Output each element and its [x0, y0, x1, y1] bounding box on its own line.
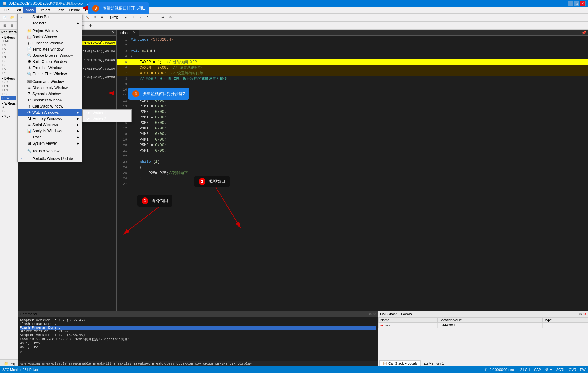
toolbars-label: Toolbars: [32, 21, 77, 25]
wregs-title[interactable]: ▼ WRegs: [1, 101, 16, 105]
menu-functions-window[interactable]: {} Functions Window: [18, 40, 82, 46]
reg-r4: R4: [1, 55, 16, 59]
watch-2-entry[interactable]: 👁 Watch 2: [83, 116, 131, 122]
menu-status-bar[interactable]: ✓ Status Bar: [18, 14, 82, 20]
tb-rebuild[interactable]: ⚙: [91, 14, 98, 21]
project-window-icon: 📁: [26, 29, 32, 33]
sidebar-header: Registers: [0, 30, 18, 35]
watch-windows-icon: 👁: [26, 110, 32, 115]
tb-run-cursor[interactable]: ⮕: [159, 14, 166, 21]
menu-registers-window[interactable]: R Registers Window: [18, 97, 82, 103]
menu-view[interactable]: View: [23, 7, 36, 13]
watch-1-label: Watch 1: [93, 111, 106, 115]
status-time: t1: 0.00000000 sec: [485, 368, 514, 371]
code-line-17: 17 P3M1 = 0x00;: [117, 126, 588, 131]
tb-step-over[interactable]: ⤵: [145, 14, 151, 21]
tb-stop[interactable]: ⏹: [99, 14, 106, 21]
code-line-9: 9: [117, 81, 588, 87]
menu-toolbars[interactable]: Toolbars ▶: [18, 20, 82, 26]
analysis-submenu-arrow: ▶: [77, 129, 79, 133]
menu-disassembly-window[interactable]: ≡ Disassembly Window: [18, 85, 82, 91]
tb-sep-6: [121, 15, 121, 20]
dregs-title[interactable]: ▼ DRegs: [1, 76, 16, 80]
menu-flash[interactable]: Flash: [53, 7, 67, 13]
menu-books-window[interactable]: 📖 Books Window: [18, 34, 82, 40]
annotation-bubble-4: 4 变量监视窗口打开步骤2: [128, 88, 189, 100]
menu-toolbox-window[interactable]: 🔧 Toolbox Window: [18, 148, 82, 154]
tb-new[interactable]: 📄: [1, 14, 8, 21]
bregs-title[interactable]: ▼ BRegs: [1, 35, 16, 39]
code-line-23: 23 while (1): [117, 159, 588, 165]
command-float-icon[interactable]: ⧉: [369, 312, 372, 316]
menu-file[interactable]: File: [1, 7, 12, 13]
menu-symbols-window[interactable]: Σ Symbols Window: [18, 91, 82, 97]
status-bar-label: Status Bar: [32, 15, 79, 19]
menu-periodic-update[interactable]: ✓ Periodic Window Update: [18, 156, 82, 162]
menu-project-window[interactable]: 📁 Project Window: [18, 28, 82, 34]
minimize-button[interactable]: —: [568, 1, 573, 6]
tb-step[interactable]: ↓: [137, 14, 144, 21]
tb-build[interactable]: 🔨: [84, 14, 91, 21]
menu-error-list[interactable]: ⚠ Error List Window: [18, 65, 82, 71]
menu-build-output[interactable]: ⚙ Build Output Window: [18, 59, 82, 65]
tb-stop2[interactable]: ⏸: [130, 14, 137, 21]
trace-label: Trace: [32, 135, 77, 139]
code-close-icon[interactable]: ✕: [133, 31, 135, 35]
reg-b6: B6: [1, 63, 16, 67]
cmd-line-3: Flash Program Done .: [20, 326, 376, 330]
source-browser-icon: 🔍: [26, 53, 32, 58]
cs-col-location: Location/Value: [437, 318, 542, 323]
menu-call-stack[interactable]: ↑ Call Stack Window: [18, 103, 82, 109]
close-button[interactable]: ✕: [580, 1, 586, 6]
watch-1-entry[interactable]: 👁 Watch 1: [83, 110, 131, 116]
code-pin-icon[interactable]: 📌: [580, 31, 588, 35]
menu-analysis-windows[interactable]: 📊 Analysis Windows ▶: [18, 128, 82, 134]
maximize-button[interactable]: □: [574, 1, 579, 6]
menu-command-window[interactable]: ⌨ Command Window: [18, 79, 82, 85]
functions-window-icon: {}: [26, 41, 32, 45]
tb-byte-label: BYTE: [108, 16, 120, 19]
build-output-label: Build Output Window: [32, 59, 79, 64]
command-autocomplete-bar: ASM ASSIGN BreakDisable BreakEnable Brea…: [18, 361, 378, 366]
menu-watch-windows[interactable]: 👁 Watch Windows ▶ 👁 Watch 1 👁 Watch 2: [18, 109, 82, 116]
tb2-1[interactable]: ⊞: [1, 22, 8, 29]
cs-tab-callstack-label: Call Stack + Locals: [388, 362, 417, 365]
cmd-line-6: Load "D:\\IDE\\CODE\\VSCODE32G\\仿真框架\\Ob…: [20, 337, 376, 342]
code-line-24: 24 {: [117, 165, 588, 170]
command-title: Command: [20, 312, 37, 316]
command-close-icon[interactable]: ✕: [373, 312, 376, 316]
tb-reset[interactable]: ⟳: [167, 14, 174, 21]
sys-title[interactable]: ▼ Sys: [1, 114, 16, 118]
menu-edit[interactable]: Edit: [12, 7, 23, 13]
code-content[interactable]: 1 #include <STC32G.H> 2 3 void main() 4 …: [117, 36, 588, 311]
command-content[interactable]: Adapter version : 1.9 (6.55.45) Flash Er…: [18, 317, 378, 361]
tb-run[interactable]: ▶: [122, 14, 129, 21]
wregs-expand-icon: ▼: [1, 102, 4, 105]
sep-2: [18, 78, 82, 78]
code-line-4: 4 {: [117, 54, 588, 59]
callstack-close-icon[interactable]: ✕: [583, 312, 586, 316]
code-line-25: 25 P25=~P25;//翻转电平: [117, 170, 588, 176]
callstack-float-icon[interactable]: ⧉: [579, 312, 582, 316]
menu-system-viewer[interactable]: ⊞ System Viewer ▶: [18, 140, 82, 146]
menu-serial-windows[interactable]: ≡ Serial Windows ▶: [18, 122, 82, 128]
code-line-5: 5 EAXFR = 1; // 使能访问 XFR: [117, 59, 588, 65]
tb-step-out[interactable]: ↑: [152, 14, 159, 21]
menu-debug[interactable]: Debug: [67, 7, 83, 13]
menu-trace[interactable]: ~ Trace ▶: [18, 134, 82, 140]
menu-source-browser[interactable]: 🔍 Source Browser Window: [18, 52, 82, 59]
menu-project[interactable]: Project: [36, 7, 53, 13]
cs-tab-memory1[interactable]: 🗃 Memory 1: [421, 361, 447, 366]
books-window-icon: 📖: [26, 35, 32, 39]
cs-tab-callstack[interactable]: 📋 Call Stack + Locals: [379, 360, 421, 366]
reg-spx: SPX: [1, 80, 16, 84]
tb2-2[interactable]: ⊟: [9, 22, 15, 29]
menu-find-files[interactable]: 🔍 Find In Files Window: [18, 71, 82, 77]
menu-templates-window[interactable]: 📄 Templates Window: [18, 46, 82, 52]
tb2-12[interactable]: ⚙: [87, 22, 94, 29]
menu-memory-windows[interactable]: M Memory Windows ▶: [18, 116, 82, 122]
tb-open[interactable]: 📁: [9, 14, 15, 21]
code-tab-mian[interactable]: mian.c ✕: [117, 30, 139, 36]
status-bar-check: ✓: [20, 15, 26, 19]
disassembly-close-icon[interactable]: ✕: [112, 31, 114, 35]
